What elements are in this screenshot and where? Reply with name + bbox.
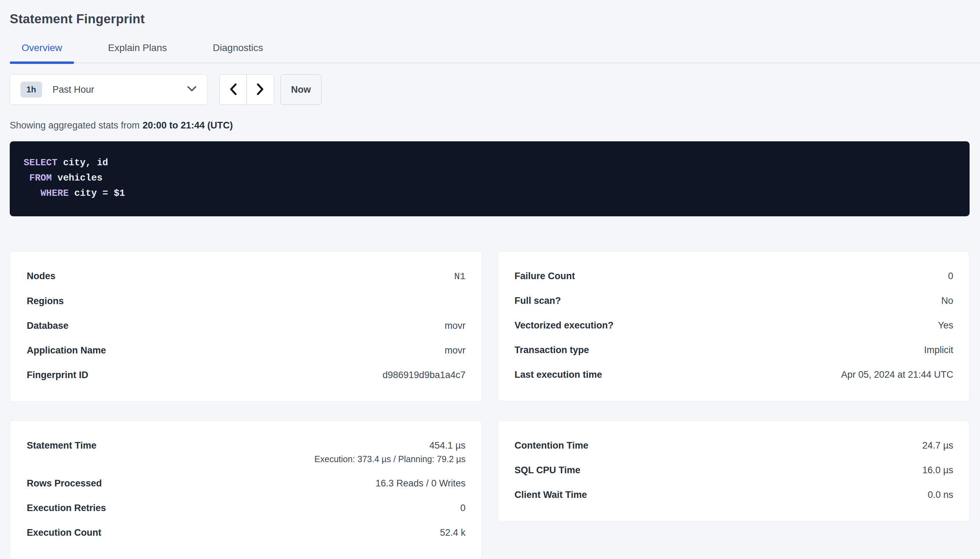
tab-diagnostics[interactable]: Diagnostics bbox=[201, 42, 275, 63]
row-label: Client Wait Time bbox=[515, 490, 587, 500]
timing-stats-card: Statement Time 454.1 µs Execution: 373.4… bbox=[10, 420, 482, 559]
row-label: Vectorized execution? bbox=[515, 320, 614, 331]
tab-diagnostics-label: Diagnostics bbox=[213, 42, 263, 53]
statement-time-breakdown: Execution: 373.4 µs / Planning: 79.2 µs bbox=[315, 454, 466, 464]
sql-keyword: SELECT bbox=[24, 158, 57, 168]
tab-explain-plans[interactable]: Explain Plans bbox=[96, 42, 179, 63]
aggregation-note: Showing aggregated stats from20:00 to 21… bbox=[10, 120, 980, 131]
row-value: No bbox=[941, 296, 953, 306]
aggregation-note-range: 20:00 to 21:44 (UTC) bbox=[143, 120, 233, 131]
time-controls: 1h Past Hour Now bbox=[10, 74, 980, 105]
row-value: Apr 05, 2024 at 21:44 UTC bbox=[841, 369, 953, 380]
row-label: Last execution time bbox=[515, 369, 602, 380]
sql-statement: SELECT city, id FROM vehicles WHERE city… bbox=[24, 155, 956, 201]
fingerprint-id-value: d986919d9ba1a4c7 bbox=[383, 370, 466, 380]
prev-range-button[interactable] bbox=[220, 74, 247, 104]
page-title: Statement Fingerprint bbox=[10, 12, 980, 26]
row-value: 24.7 µs bbox=[922, 440, 953, 451]
row-label: Fingerprint ID bbox=[27, 370, 88, 380]
row-value: Implicit bbox=[924, 345, 953, 356]
sql-keyword: WHERE bbox=[41, 188, 69, 198]
time-range-badge: 1h bbox=[20, 82, 42, 98]
row-label: Database bbox=[27, 321, 68, 331]
aggregation-note-prefix: Showing aggregated stats from bbox=[10, 120, 140, 131]
statement-fingerprint-page: Statement Fingerprint Overview Explain P… bbox=[0, 0, 980, 559]
row-label: SQL CPU Time bbox=[515, 465, 581, 476]
contention-row-sql-cpu-time: SQL CPU Time 16.0 µs bbox=[515, 465, 953, 476]
info-row-regions: Regions bbox=[27, 296, 466, 307]
next-range-button[interactable] bbox=[247, 74, 274, 104]
application-name-link[interactable]: movr bbox=[445, 345, 466, 356]
contention-stats-card: Contention Time 24.7 µs SQL CPU Time 16.… bbox=[497, 420, 970, 521]
info-row-application-name: Application Name movr bbox=[27, 345, 466, 356]
sql-statement-box: SELECT city, id FROM vehicles WHERE city… bbox=[10, 141, 970, 216]
tab-overview[interactable]: Overview bbox=[10, 42, 74, 63]
info-row-nodes: Nodes N1 bbox=[27, 271, 466, 282]
attr-row-full-scan: Full scan? No bbox=[515, 296, 953, 306]
contention-row-contention-time: Contention Time 24.7 µs bbox=[515, 440, 953, 451]
row-label: Contention Time bbox=[515, 440, 589, 451]
timing-row-execution-count: Execution Count 52.4 k bbox=[27, 528, 466, 538]
statement-info-card: Nodes N1 Regions Database movr Applicati… bbox=[10, 251, 482, 402]
row-value: 16.0 µs bbox=[922, 465, 953, 476]
row-label: Transaction type bbox=[515, 345, 589, 356]
row-label: Statement Time bbox=[27, 440, 96, 451]
nodes-link[interactable]: N1 bbox=[454, 271, 465, 282]
contention-row-client-wait-time: Client Wait Time 0.0 ns bbox=[515, 490, 953, 500]
attr-row-failure-count: Failure Count 0 bbox=[515, 271, 953, 281]
statement-time-values: 454.1 µs Execution: 373.4 µs / Planning:… bbox=[315, 440, 466, 464]
time-range-dropdown[interactable]: 1h Past Hour bbox=[10, 74, 207, 105]
sql-keyword: FROM bbox=[29, 173, 52, 183]
summary-cards: Nodes N1 Regions Database movr Applicati… bbox=[10, 251, 970, 559]
time-range-pager bbox=[219, 74, 274, 105]
tab-bar: Overview Explain Plans Diagnostics bbox=[10, 42, 980, 63]
row-label: Execution Retries bbox=[27, 503, 106, 514]
row-value: 454.1 µs bbox=[429, 440, 465, 451]
row-label: Nodes bbox=[27, 271, 56, 281]
row-value: 0 bbox=[460, 503, 465, 514]
row-value: Yes bbox=[938, 320, 953, 331]
row-label: Failure Count bbox=[515, 271, 575, 281]
row-label: Rows Processed bbox=[27, 478, 102, 489]
chevron-down-icon bbox=[187, 86, 197, 93]
chevron-left-icon bbox=[229, 83, 238, 96]
active-tab-underline bbox=[10, 61, 74, 64]
attr-row-last-execution: Last execution time Apr 05, 2024 at 21:4… bbox=[515, 369, 953, 380]
row-label: Regions bbox=[27, 296, 64, 307]
execution-attributes-card: Failure Count 0 Full scan? No Vectorized… bbox=[497, 251, 970, 401]
attr-row-vectorized: Vectorized execution? Yes bbox=[515, 320, 953, 331]
row-label: Application Name bbox=[27, 345, 106, 356]
attr-row-transaction-type: Transaction type Implicit bbox=[515, 345, 953, 356]
time-range-selected: Past Hour bbox=[53, 84, 187, 95]
timing-row-statement-time: Statement Time 454.1 µs Execution: 373.4… bbox=[27, 440, 466, 464]
row-value: 0 bbox=[948, 271, 953, 281]
chevron-right-icon bbox=[256, 83, 265, 96]
timing-row-rows-processed: Rows Processed 16.3 Reads / 0 Writes bbox=[27, 478, 466, 489]
timing-row-execution-retries: Execution Retries 0 bbox=[27, 503, 466, 514]
tab-explain-plans-label: Explain Plans bbox=[108, 42, 167, 53]
info-row-fingerprint-id: Fingerprint ID d986919d9ba1a4c7 bbox=[27, 370, 466, 380]
now-button[interactable]: Now bbox=[280, 74, 322, 105]
row-label: Execution Count bbox=[27, 528, 101, 538]
row-value: 16.3 Reads / 0 Writes bbox=[375, 478, 465, 489]
row-value: 0.0 ns bbox=[927, 490, 953, 500]
info-row-database: Database movr bbox=[27, 321, 466, 331]
row-value: movr bbox=[445, 321, 466, 331]
tab-overview-label: Overview bbox=[22, 42, 62, 53]
row-value: 52.4 k bbox=[440, 528, 466, 538]
row-label: Full scan? bbox=[515, 296, 561, 306]
